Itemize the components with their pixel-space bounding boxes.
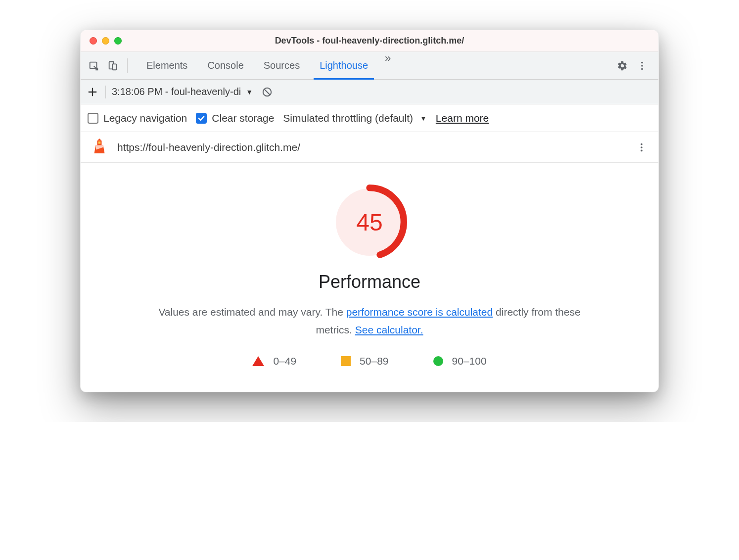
legend-pass: 90–100 — [433, 355, 487, 367]
dropdown-triangle-icon: ▼ — [420, 114, 427, 122]
score-legend: 0–49 50–89 90–100 — [100, 355, 639, 367]
tab-lighthouse[interactable]: Lighthouse — [310, 52, 378, 79]
devtools-tabbar: Elements Console Sources Lighthouse » — [81, 52, 658, 80]
checkbox-checked-icon[interactable] — [196, 113, 207, 124]
report-select[interactable]: 3:18:06 PM - foul-heavenly-di ▼ — [112, 86, 253, 97]
report-header: https://foul-heavenly-direction.glitch.m… — [81, 132, 658, 163]
category-title: Performance — [100, 272, 639, 292]
more-tabs-icon[interactable]: » — [378, 52, 396, 79]
tabs: Elements Console Sources Lighthouse » — [137, 52, 396, 79]
devtools-window: DevTools - foul-heavenly-direction.glitc… — [80, 30, 659, 392]
learn-more-link[interactable]: Learn more — [436, 112, 489, 124]
separator — [127, 58, 128, 73]
separator — [105, 86, 106, 98]
svg-rect-8 — [98, 141, 101, 144]
svg-point-11 — [641, 149, 643, 151]
window-title: DevTools - foul-heavenly-direction.glitc… — [81, 36, 658, 46]
report-select-text: 3:18:06 PM - foul-heavenly-di — [112, 86, 241, 97]
tab-console[interactable]: Console — [197, 52, 253, 79]
legend-pass-range: 90–100 — [452, 355, 487, 367]
device-toolbar-icon[interactable] — [104, 57, 121, 74]
checkbox-unchecked-icon[interactable] — [88, 113, 98, 124]
circle-icon — [433, 356, 443, 366]
traffic-lights — [81, 37, 122, 45]
dropdown-triangle-icon: ▼ — [246, 88, 253, 96]
more-options-kebab-icon[interactable] — [634, 57, 650, 74]
svg-point-9 — [641, 143, 643, 145]
new-report-button[interactable] — [86, 85, 99, 99]
clear-all-icon[interactable] — [259, 84, 276, 100]
legend-average: 50–89 — [341, 355, 388, 367]
tab-sources[interactable]: Sources — [254, 52, 310, 79]
clear-storage-label: Clear storage — [212, 112, 274, 124]
settings-gear-icon[interactable] — [614, 57, 631, 74]
desc-text: Values are estimated and may vary. The — [158, 306, 346, 318]
lighthouse-toolbar: 3:18:06 PM - foul-heavenly-di ▼ — [81, 80, 658, 104]
legend-average-range: 50–89 — [360, 355, 388, 367]
lighthouse-report: 45 Performance Values are estimated and … — [81, 163, 658, 392]
legend-fail: 0–49 — [252, 355, 296, 367]
clear-storage-option[interactable]: Clear storage — [196, 112, 274, 124]
legacy-navigation-option[interactable]: Legacy navigation — [88, 112, 187, 124]
lighthouse-options: Legacy navigation Clear storage Simulate… — [81, 104, 658, 132]
svg-point-4 — [641, 65, 643, 67]
square-icon — [341, 356, 351, 366]
legend-fail-range: 0–49 — [273, 355, 296, 367]
svg-point-10 — [641, 146, 643, 148]
legacy-navigation-label: Legacy navigation — [103, 112, 187, 124]
minimize-window-button[interactable] — [102, 37, 109, 45]
report-options-kebab-icon[interactable] — [635, 140, 648, 154]
see-calculator-link[interactable]: See calculator. — [355, 324, 423, 335]
gauge-score: 45 — [330, 183, 409, 262]
svg-rect-2 — [112, 64, 116, 70]
maximize-window-button[interactable] — [114, 37, 122, 45]
report-url: https://foul-heavenly-direction.glitch.m… — [117, 141, 626, 153]
category-description: Values are estimated and may vary. The p… — [157, 303, 582, 338]
close-window-button[interactable] — [90, 37, 97, 45]
lighthouse-logo-icon — [91, 137, 108, 157]
triangle-icon — [252, 356, 264, 366]
svg-point-5 — [641, 68, 643, 70]
titlebar: DevTools - foul-heavenly-direction.glitc… — [81, 30, 658, 52]
performance-gauge[interactable]: 45 — [330, 183, 409, 262]
inspect-element-icon[interactable] — [86, 57, 102, 74]
svg-point-3 — [641, 61, 643, 63]
throttling-label: Simulated throttling (default) — [283, 112, 413, 124]
tab-elements[interactable]: Elements — [137, 52, 197, 79]
throttling-select[interactable]: Simulated throttling (default) ▼ — [283, 112, 427, 124]
perf-score-link[interactable]: performance score is calculated — [346, 306, 493, 318]
